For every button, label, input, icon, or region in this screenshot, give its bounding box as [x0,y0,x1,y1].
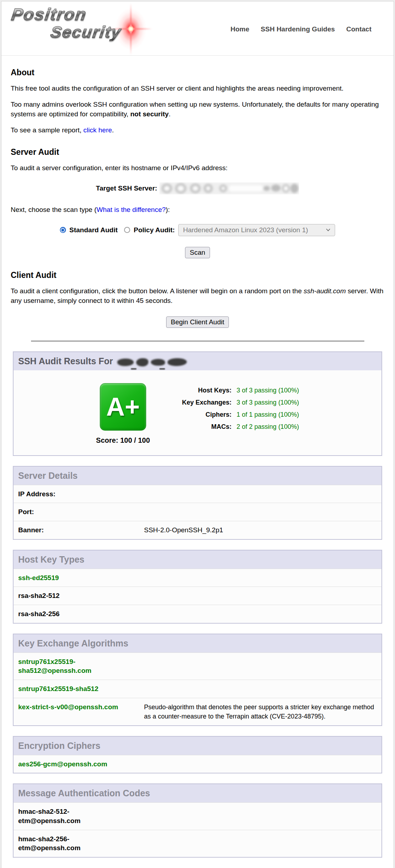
client-audit-title: Client Audit [11,270,384,280]
kex-algorithm-name: sntrup761x25519-sha512@openssh.com [18,657,127,675]
scan-type-text-end: ): [166,206,170,213]
kex-algorithm-name: kex-strict-s-v00@openssh.com [18,702,127,721]
sample-report-text: To see a sample report, [11,126,83,134]
positron-security-logo[interactable]: Positron Security [11,6,154,52]
client-audit-text: To audit a client configuration, click t… [11,287,304,295]
ip-address-value [144,489,377,499]
server-details-panel: Server Details IP Address: Port: Banner:… [13,466,382,540]
results-panel: SSH Audit Results For A+ Score: 100 / 10… [13,351,382,456]
redacted-hostname-scribble [117,358,187,366]
scan-type-text: Next, choose the scan type ( [11,206,97,213]
page-content: About This free tool audits the configur… [1,68,394,341]
server-details-header: Server Details [14,467,381,485]
ip-address-label: IP Address: [18,489,127,499]
redacted-hostname-blur [159,182,299,194]
table-row: aes256-gcm@openssh.com [14,755,381,773]
host-key-name: rsa-sha2-256 [18,609,127,619]
kex-algorithm-name: sntrup761x25519-sha512 [18,684,127,694]
kex-algorithm-note [144,684,377,694]
scan-button-row: Scan [11,247,384,258]
table-row: hmac-sha2-256-etm@openssh.com [14,830,381,857]
nav-ssh-hardening-guides[interactable]: SSH Hardening Guides [261,25,335,33]
results-stats: Host Keys: 3 of 3 passing (100%) Key Exc… [166,387,299,431]
host-key-name: rsa-sha2-512 [18,591,127,600]
chevron-down-icon [326,228,330,232]
scan-button[interactable]: Scan [185,247,210,258]
section-divider [31,341,364,341]
table-row: Port: [14,503,381,521]
table-row: IP Address: [14,485,381,503]
begin-client-audit-button[interactable]: Begin Client Audit [166,316,229,328]
key-exchange-header: Key Exchange Algorithms [14,634,381,653]
server-audit-intro: To audit a server configuration, enter i… [11,163,384,173]
about-paragraph-2: Too many admins overlook SSH configurati… [11,100,384,119]
port-label: Port: [18,507,127,517]
policy-audit-label: Policy Audit: [134,226,175,234]
mac-name: hmac-sha2-512-etm@openssh.com [18,807,89,825]
policy-select-value: Hardened Amazon Linux 2023 (version 1) [183,226,308,234]
results-title: SSH Audit Results For [18,356,113,366]
sample-report-period: . [112,126,114,134]
server-audit-title: Server Audit [11,147,384,157]
nav-contact[interactable]: Contact [346,25,371,33]
about-paragraph-1: This free tool audits the configuration … [11,84,384,93]
macs-header: Message Authentication Codes [14,784,381,802]
logo-text-line2: Security [10,24,155,41]
table-row: sntrup761x25519-sha512@openssh.com [14,653,381,680]
table-row: sntrup761x25519-sha512 [14,680,381,698]
stat-label-ciphers: Ciphers: [166,411,232,418]
host-key-types-header: Host Key Types [14,550,381,569]
about-p2-text: Too many admins overlook SSH configurati… [11,101,379,118]
client-audit-paragraph: To audit a client configuration, click t… [11,286,384,306]
sample-report-link[interactable]: click here [83,126,112,134]
host-key-types-panel: Host Key Types ssh-ed25519 rsa-sha2-512 … [13,550,382,624]
stat-value-host-keys: 3 of 3 passing (100%) [237,387,299,394]
about-p1-text: This free tool audits the configuration … [11,85,344,92]
nav-home[interactable]: Home [230,25,249,33]
table-row: ssh-ed25519 [14,569,381,587]
macs-panel: Message Authentication Codes hmac-sha2-5… [13,783,382,858]
results-body: A+ Score: 100 / 100 Host Keys: 3 of 3 pa… [14,370,381,455]
site-header: Positron Security Home SSH Hardening Gui… [1,1,394,56]
kex-algorithm-note [144,657,377,675]
stat-value-macs: 2 of 2 passing (100%) [237,423,299,431]
encryption-ciphers-panel: Encryption Ciphers aes256-gcm@openssh.co… [13,736,382,774]
client-audit-button-row: Begin Client Audit [11,316,384,328]
grade-column: A+ Score: 100 / 100 [96,383,150,445]
encryption-ciphers-header: Encryption Ciphers [14,737,381,755]
score-label: Score: 100 / 100 [96,436,150,445]
table-row: kex-strict-s-v00@openssh.com Pseudo-algo… [14,698,381,725]
about-p2-period: . [169,110,170,118]
standard-audit-radio[interactable] [60,227,66,233]
kex-algorithm-note: Pseudo-algorithm that denotes the peer s… [144,702,377,721]
scan-type-paragraph: Next, choose the scan type (What is the … [11,205,384,215]
target-server-row: Target SSH Server: [11,182,384,194]
stat-label-host-keys: Host Keys: [166,387,232,394]
host-key-name: ssh-ed25519 [18,573,127,583]
stat-label-key-exchanges: Key Exchanges: [166,399,232,406]
standard-audit-label: Standard Audit [70,226,118,234]
not-security-bold: not security [130,110,169,118]
banner-label: Banner: [18,526,127,535]
grade-badge: A+ [100,383,146,431]
page-card: Positron Security Home SSH Hardening Gui… [1,1,394,868]
results-panel-header: SSH Audit Results For [14,352,381,370]
logo-text-line1: Positron [10,6,155,24]
grade-letter: A+ [106,392,140,421]
table-row: Banner: SSH-2.0-OpenSSH_9.2p1 [14,521,381,539]
target-ssh-server-input[interactable] [159,182,299,194]
port-value [144,507,377,517]
mac-name: hmac-sha2-256-etm@openssh.com [18,834,89,853]
about-title: About [11,68,384,77]
cipher-name: aes256-gcm@openssh.com [18,760,127,769]
stat-value-ciphers: 1 of 1 passing (100%) [237,411,299,418]
main-nav: Home SSH Hardening Guides Contact [230,25,384,33]
banner-value: SSH-2.0-OpenSSH_9.2p1 [144,526,377,535]
key-exchange-panel: Key Exchange Algorithms sntrup761x25519-… [13,634,382,726]
target-ssh-server-label: Target SSH Server: [96,184,157,192]
policy-audit-radio[interactable] [124,227,130,233]
scan-type-difference-link[interactable]: What is the difference? [97,206,166,213]
ssh-audit-com-italic: ssh-audit.com [304,287,346,295]
table-row: hmac-sha2-512-etm@openssh.com [14,802,381,829]
policy-select[interactable]: Hardened Amazon Linux 2023 (version 1) [178,224,335,236]
